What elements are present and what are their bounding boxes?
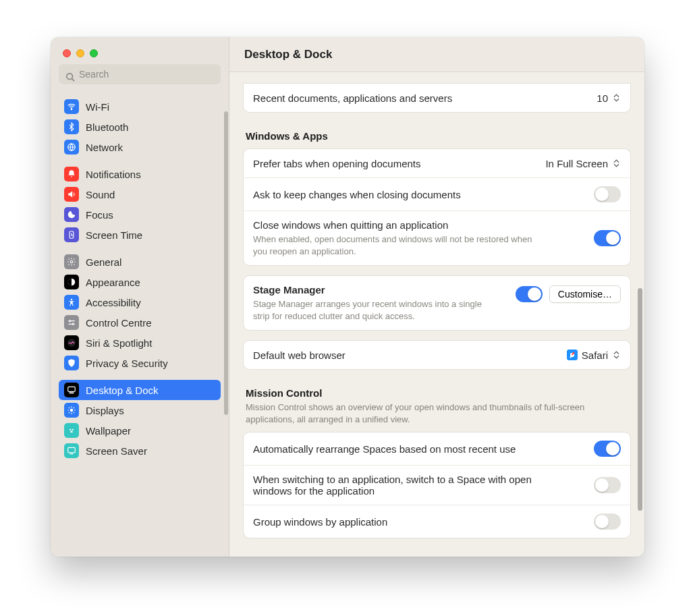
general-icon: [64, 254, 79, 269]
prefer-tabs-popup[interactable]: In Full Screen: [545, 157, 621, 169]
sidebar-item-label: Notifications: [86, 169, 141, 180]
prefer-tabs-row[interactable]: Prefer tabs when opening documents In Fu…: [244, 149, 630, 177]
recent-documents-label: Recent documents, applications and serve…: [253, 92, 597, 104]
mission-control-heading: Mission Control: [246, 387, 628, 399]
default-browser-label: Default web browser: [253, 349, 567, 361]
search-wrap: [51, 64, 229, 92]
switch-to-app-space-label: When switching to an application, switch…: [253, 474, 563, 497]
sidebar-item-label: Wallpaper: [86, 425, 131, 437]
sidebar-item-screen-time[interactable]: Screen Time: [59, 225, 221, 245]
focus-icon: [64, 207, 79, 222]
displays-icon: [64, 403, 79, 418]
sidebar-item-privacy-security[interactable]: Privacy & Security: [59, 353, 221, 373]
system-settings-window: Wi-FiBluetoothNetworkNotificationsSoundF…: [51, 37, 644, 557]
prefer-tabs-label: Prefer tabs when opening documents: [253, 158, 545, 169]
default-browser-popup[interactable]: Safari: [567, 349, 621, 361]
sidebar-item-label: Displays: [86, 405, 124, 416]
sidebar-item-control-centre[interactable]: Control Centre: [59, 312, 221, 333]
sidebar-item-label: Control Centre: [86, 317, 152, 329]
sidebar-item-label: Desktop & Dock: [86, 385, 159, 396]
default-browser-row[interactable]: Default web browser Safari: [244, 341, 630, 369]
content-scroll: Recent documents, applications and serve…: [229, 72, 644, 557]
svg-point-8: [70, 320, 71, 322]
recent-documents-value: 10: [597, 92, 608, 104]
bluetooth-icon: [64, 119, 79, 134]
sidebar-item-wallpaper[interactable]: Wallpaper: [59, 420, 221, 441]
sidebar-item-label: Siri & Spotlight: [86, 337, 152, 349]
sidebar: Wi-FiBluetoothNetworkNotificationsSoundF…: [51, 37, 229, 557]
sidebar-item-label: Appearance: [86, 277, 140, 288]
windows-apps-card: Prefer tabs when opening documents In Fu…: [243, 148, 631, 266]
minimize-button[interactable]: [76, 49, 84, 57]
sidebar-item-label: General: [86, 256, 121, 268]
sidebar-item-sound[interactable]: Sound: [59, 184, 221, 204]
screensaver-icon: [64, 443, 79, 458]
close-button[interactable]: [63, 49, 71, 57]
sidebar-item-label: Bluetooth: [86, 121, 128, 133]
sidebar-scrollbar[interactable]: [224, 111, 228, 415]
ask-keep-changes-row[interactable]: Ask to keep changes when closing documen…: [244, 177, 630, 211]
stage-manager-customise-button[interactable]: Customise…: [549, 285, 621, 303]
maximize-button[interactable]: [90, 49, 98, 57]
sidebar-item-displays[interactable]: Displays: [59, 400, 221, 420]
recent-card: Recent documents, applications and serve…: [243, 83, 631, 113]
svg-rect-12: [70, 393, 74, 394]
svg-point-9: [72, 323, 74, 325]
window-controls: [51, 37, 229, 64]
svg-point-15: [72, 429, 74, 430]
switch-to-app-space-toggle[interactable]: [594, 477, 621, 493]
default-browser-value: Safari: [582, 349, 608, 361]
sidebar-item-label: Sound: [86, 189, 115, 200]
network-icon: [64, 140, 79, 155]
sidebar-item-notifications[interactable]: Notifications: [59, 164, 221, 184]
svg-point-5: [70, 260, 73, 263]
mission-control-desc: Mission Control shows an overview of you…: [246, 401, 628, 425]
auto-rearrange-spaces-toggle[interactable]: [594, 441, 621, 457]
control-icon: [64, 315, 79, 330]
wallpaper-icon: [64, 423, 79, 438]
ask-keep-changes-label: Ask to keep changes when closing documen…: [253, 189, 594, 200]
recent-documents-stepper[interactable]: 10: [597, 92, 621, 104]
sidebar-item-network[interactable]: Network: [59, 137, 221, 157]
accessibility-icon: [64, 295, 79, 310]
desktopdock-icon: [64, 383, 79, 397]
svg-point-13: [70, 409, 74, 412]
sidebar-item-label: Screen Saver: [86, 445, 147, 457]
stepper-icon: [612, 92, 621, 104]
sidebar-item-appearance[interactable]: Appearance: [59, 272, 221, 292]
sidebar-item-bluetooth[interactable]: Bluetooth: [59, 117, 221, 137]
sidebar-item-accessibility[interactable]: Accessibility: [59, 292, 221, 312]
group-windows-label: Group windows by application: [253, 516, 594, 528]
recent-documents-row[interactable]: Recent documents, applications and serve…: [244, 84, 630, 112]
search-input[interactable]: [59, 64, 221, 84]
content: Desktop & Dock Recent documents, applica…: [229, 37, 644, 557]
stage-manager-row[interactable]: Stage Manager Stage Manager arranges you…: [244, 276, 630, 330]
chevron-updown-icon: [612, 349, 621, 361]
chevron-updown-icon: [612, 157, 621, 169]
siri-icon: [64, 335, 79, 350]
svg-point-14: [70, 429, 71, 430]
close-windows-label: Close windows when quitting an applicati…: [253, 219, 594, 231]
prefer-tabs-value: In Full Screen: [545, 158, 608, 169]
close-windows-toggle[interactable]: [594, 230, 621, 246]
ask-keep-changes-toggle[interactable]: [594, 186, 621, 202]
auto-rearrange-spaces-row[interactable]: Automatically rearrange Spaces based on …: [244, 432, 630, 465]
stage-manager-label: Stage Manager: [253, 284, 516, 296]
sidebar-item-desktop-dock[interactable]: Desktop & Dock: [59, 380, 221, 400]
sidebar-item-focus[interactable]: Focus: [59, 204, 221, 225]
sidebar-item-general[interactable]: General: [59, 252, 221, 272]
mission-control-card: Automatically rearrange Spaces based on …: [243, 432, 631, 538]
content-scrollbar[interactable]: [638, 288, 642, 511]
stage-manager-card: Stage Manager Stage Manager arranges you…: [243, 275, 631, 331]
sidebar-item-siri-spotlight[interactable]: Siri & Spotlight: [59, 333, 221, 353]
stage-manager-toggle[interactable]: [516, 286, 543, 302]
group-windows-row[interactable]: Group windows by application: [244, 505, 630, 538]
sidebar-item-label: Privacy & Security: [86, 358, 168, 369]
sidebar-item-wi-fi[interactable]: Wi-Fi: [59, 96, 221, 117]
auto-rearrange-spaces-label: Automatically rearrange Spaces based on …: [253, 443, 594, 455]
group-windows-toggle[interactable]: [594, 513, 621, 530]
sidebar-item-label: Wi-Fi: [86, 101, 109, 113]
switch-to-app-space-row[interactable]: When switching to an application, switch…: [244, 465, 630, 505]
close-windows-row[interactable]: Close windows when quitting an applicati…: [244, 211, 630, 265]
sidebar-item-screen-saver[interactable]: Screen Saver: [59, 441, 221, 461]
